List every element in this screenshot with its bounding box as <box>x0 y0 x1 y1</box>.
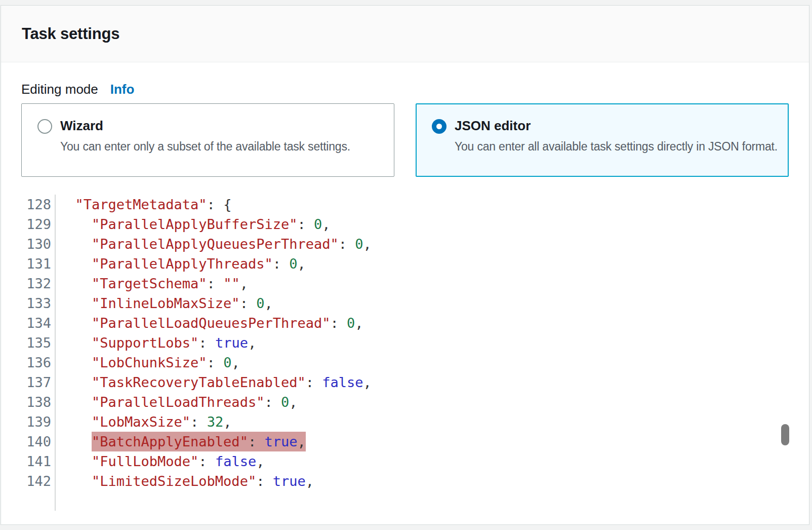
panel-body: Editing mode Info Wizard You can enter o… <box>1 82 809 511</box>
line-number: 129 <box>21 214 56 234</box>
line-number: 131 <box>21 254 56 274</box>
line-number: 139 <box>21 412 56 432</box>
tile-text: Wizard You can enter only a subset of th… <box>60 118 350 156</box>
code-line-text: "FullLobMode": false, <box>56 451 264 471</box>
code-line: 130 "ParallelApplyQueuesPerThread": 0, <box>21 234 789 254</box>
code-line: 134 "ParallelLoadQueuesPerThread": 0, <box>21 313 789 333</box>
line-number: 132 <box>21 274 56 293</box>
code-line-text: "ParallelApplyQueuesPerThread": 0, <box>56 234 372 254</box>
code-line-text: "LimitedSizeLobMode": true, <box>56 471 314 491</box>
code-line: 137 "TaskRecoveryTableEnabled": false, <box>21 372 789 392</box>
line-number: 134 <box>21 313 56 333</box>
editing-mode-tiles: Wizard You can enter only a subset of th… <box>21 103 789 177</box>
code-line-filler <box>21 491 789 511</box>
radio-unselected-icon[interactable] <box>37 119 52 134</box>
code-line: 139 "LobMaxSize": 32, <box>21 412 789 432</box>
tile-json-editor[interactable]: JSON editor You can enter all available … <box>416 103 789 177</box>
code-line-text: "InlineLobMaxSize": 0, <box>56 293 273 313</box>
line-number: 135 <box>21 333 56 353</box>
code-line: 140 "BatchApplyEnabled": true, <box>21 432 789 451</box>
code-line: 142 "LimitedSizeLobMode": true, <box>21 471 789 491</box>
code-line-text: "TaskRecoveryTableEnabled": false, <box>56 372 372 392</box>
tile-wizard-label: Wizard <box>60 118 350 134</box>
tile-wizard-description: You can enter only a subset of the avail… <box>60 137 350 156</box>
line-number: 137 <box>21 372 56 392</box>
json-code-editor[interactable]: 128 "TargetMetadata": {129 "ParallelAppl… <box>21 195 789 511</box>
panel-header: Task settings <box>1 6 809 62</box>
line-number: 140 <box>21 432 56 451</box>
code-line: 128 "TargetMetadata": { <box>21 195 789 214</box>
task-settings-panel: Task settings Editing mode Info Wizard Y… <box>1 5 809 525</box>
code-line: 131 "ParallelApplyThreads": 0, <box>21 254 789 274</box>
line-number: 136 <box>21 353 56 372</box>
radio-selected-icon[interactable] <box>432 119 446 134</box>
code-line-text: "ParallelApplyThreads": 0, <box>56 254 306 274</box>
editing-mode-row: Editing mode Info <box>21 82 789 97</box>
code-line-text: "TargetSchema": "", <box>56 274 248 293</box>
code-line: 135 "SupportLobs": true, <box>21 333 789 353</box>
code-line-text: "LobChunkSize": 0, <box>56 353 240 372</box>
code-line-text: "ParallelApplyBufferSize": 0, <box>56 214 330 234</box>
line-number: 133 <box>21 293 56 313</box>
tile-text: JSON editor You can enter all available … <box>455 118 778 156</box>
line-number: 141 <box>21 451 56 471</box>
page-title: Task settings <box>22 25 119 43</box>
code-line: 138 "ParallelLoadThreads": 0, <box>21 392 789 412</box>
scrollbar-thumb[interactable] <box>781 424 789 445</box>
code-line: 141 "FullLobMode": false, <box>21 451 789 471</box>
tile-json-editor-description: You can enter all available task setting… <box>455 137 778 156</box>
search-match-highlight: "BatchApplyEnabled": true, <box>92 432 306 451</box>
info-link[interactable]: Info <box>110 82 135 97</box>
code-line-text: "LobMaxSize": 32, <box>56 412 231 432</box>
tile-json-editor-label: JSON editor <box>455 118 778 134</box>
code-line: 132 "TargetSchema": "", <box>21 274 789 293</box>
editing-mode-label: Editing mode <box>21 82 98 97</box>
line-number: 138 <box>21 392 56 412</box>
line-number: 142 <box>21 471 56 491</box>
code-line-text: "SupportLobs": true, <box>56 333 256 353</box>
code-line-text: "ParallelLoadThreads": 0, <box>56 392 297 412</box>
line-number: 130 <box>21 234 56 254</box>
code-line: 133 "InlineLobMaxSize": 0, <box>21 293 789 313</box>
code-line-text: "TargetMetadata": { <box>56 195 231 214</box>
code-line-text: "BatchApplyEnabled": true, <box>56 432 306 451</box>
code-line: 136 "LobChunkSize": 0, <box>21 353 789 372</box>
line-number: 128 <box>21 195 56 214</box>
code-line: 129 "ParallelApplyBufferSize": 0, <box>21 214 789 234</box>
code-line-text: "ParallelLoadQueuesPerThread": 0, <box>56 313 363 333</box>
tile-wizard[interactable]: Wizard You can enter only a subset of th… <box>21 103 394 177</box>
